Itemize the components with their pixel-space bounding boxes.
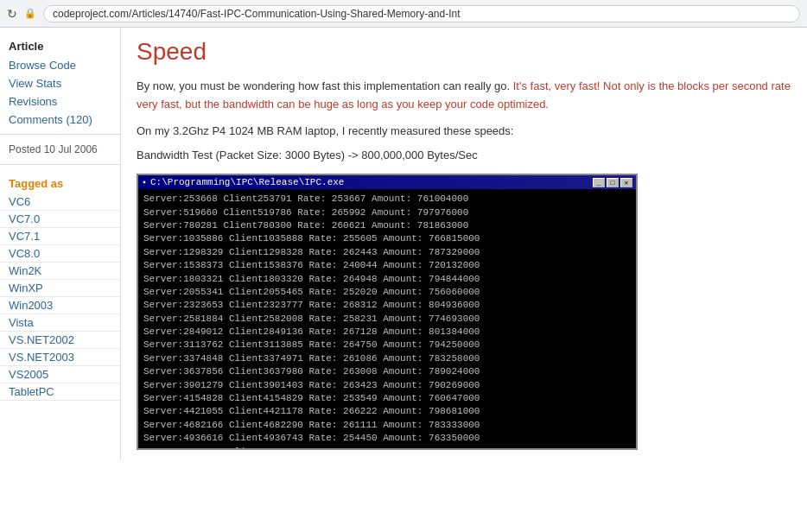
sidebar: Article Browse Code View Stats Revisions… [0,28,121,460]
tag-vista[interactable]: Vista [0,314,120,332]
console-app-icon: ▪ [142,178,147,187]
tag-vc80[interactable]: VC8.0 [0,245,120,263]
tag-vc70[interactable]: VC7.0 [0,211,120,228]
console-line: Server:4682166 Client4682290 Rate: 26111… [143,419,631,432]
speed-note: On my 3.2Ghz P4 1024 MB RAM laptop, I re… [137,123,791,141]
sidebar-posted: Posted 10 Jul 2006 [0,140,120,159]
console-line: Server:4421055 Client4421178 Rate: 26622… [143,405,631,418]
tag-vc71[interactable]: VC7.1 [0,228,120,245]
console-line: Server:2849012 Client2849136 Rate: 26712… [143,326,631,339]
refresh-icon[interactable]: ↻ [7,7,17,21]
console-body[interactable]: Server:253668 Client253791 Rate: 253667 … [138,189,636,448]
page-title: Speed [137,38,791,66]
tag-vs2005[interactable]: VS2005 [0,366,120,383]
browser-bar: ↻ 🔒 codeproject.com/Articles/14740/Fast-… [0,0,807,28]
console-window: ▪ C:\Programming\IPC\Release\IPC.exe _ □… [137,174,638,450]
console-buttons: _ □ ✕ [593,178,632,187]
console-minimize-btn[interactable]: _ [593,178,605,187]
tag-win2003[interactable]: Win2003 [0,297,120,314]
comments-link[interactable]: Comments (120) [0,111,120,129]
console-line: Server:3637856 Client3637980 Rate: 26300… [143,365,631,378]
console-line: Server:780281 Client780300 Rate: 260621 … [143,219,631,232]
tag-winxp[interactable]: WinXP [0,280,120,297]
intro-paragraph: By now, you must be wondering how fast t… [137,78,791,114]
sidebar-divider [0,134,120,135]
console-line: Server:3113762 Client3113885 Rate: 26475… [143,339,631,352]
view-stats-link[interactable]: View Stats [0,74,120,92]
console-line: Server:2581884 Client2582008 Rate: 25823… [143,313,631,326]
tag-win2k[interactable]: Win2K [0,263,120,280]
console-line: Server:4154828 Client4154829 Rate: 25354… [143,392,631,405]
console-line: Server:1803321 Client1803320 Rate: 26494… [143,273,631,286]
browse-code-link[interactable]: Browse Code [0,56,120,74]
console-line: Server:4936616 Client4936743 Rate: 25445… [143,432,631,445]
console-title-left: ▪ C:\Programming\IPC\Release\IPC.exe [142,177,344,187]
console-line: Server:1035886 Client1035888 Rate: 25560… [143,232,631,245]
tag-vsnet2003[interactable]: VS.NET2003 [0,349,120,366]
tag-tabletpc[interactable]: TabletPC [0,383,120,401]
console-line: Server:253668 Client253791 Rate: 253667 … [143,193,631,206]
console-title-text: C:\Programming\IPC\Release\IPC.exe [150,177,344,187]
url-bar[interactable]: codeproject.com/Articles/14740/Fast-IPC-… [43,5,800,22]
console-line: Server:2323653 Client2323777 Rate: 26831… [143,299,631,312]
console-line: Server:1298329 Client1298328 Rate: 26244… [143,246,631,259]
console-line: Server:1538373 Client1538376 Rate: 24004… [143,259,631,272]
tag-vsnet2002[interactable]: VS.NET2002 [0,332,120,349]
console-titlebar: ▪ C:\Programming\IPC\Release\IPC.exe _ □… [138,175,636,189]
lock-icon: 🔒 [24,8,36,19]
main-layout: Article Browse Code View Stats Revisions… [0,28,807,460]
content-area: Speed By now, you must be wondering how … [121,28,807,460]
sidebar-tagged-label: Tagged as [0,170,120,193]
tag-vc6[interactable]: VC6 [0,193,120,211]
console-line: Server:519660 Client519786 Rate: 265992 … [143,206,631,219]
console-close-btn[interactable]: ✕ [620,178,632,187]
console-line: Server:3901279 Client3901403 Rate: 26342… [143,379,631,392]
console-line: Server:5203668 Client5203791 Rate: 26705… [143,446,631,449]
sidebar-section-title: Article [0,35,120,56]
sidebar-divider2 [0,164,120,165]
console-line: Server:3374848 Client3374971 Rate: 26108… [143,352,631,365]
revisions-link[interactable]: Revisions [0,92,120,111]
bandwidth-label: Bandwidth Test (Packet Size: 3000 Bytes)… [137,147,791,165]
intro-text-1: By now, you must be wondering how fast t… [137,79,513,92]
console-restore-btn[interactable]: □ [607,178,619,187]
console-line: Server:2055341 Client2055465 Rate: 25202… [143,286,631,299]
